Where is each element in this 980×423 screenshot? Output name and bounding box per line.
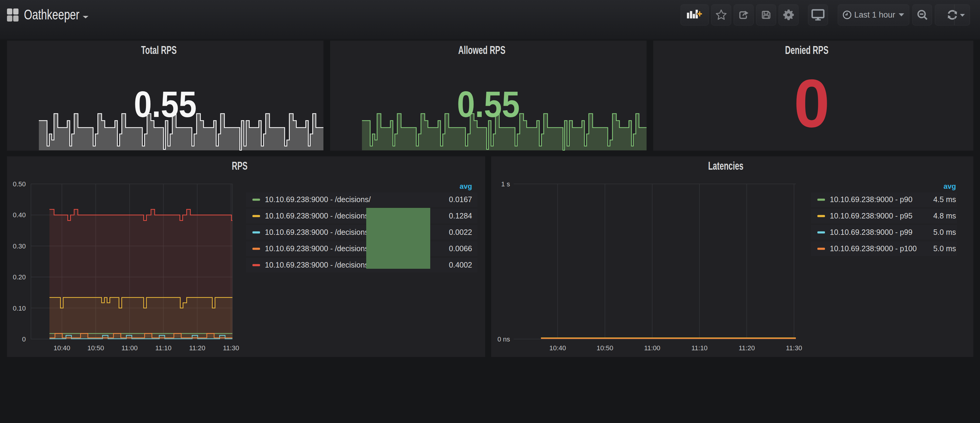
svg-text:10.10.69.238:9000 - p99: 10.10.69.238:9000 - p99 xyxy=(830,228,912,236)
svg-text:11:10: 11:10 xyxy=(692,344,708,352)
svg-text:10.10.69.238:9000 - /decisions: 10.10.69.238:9000 - /decisions/ xyxy=(265,211,371,220)
svg-text:5.0 ms: 5.0 ms xyxy=(933,228,956,236)
svg-text:10:40: 10:40 xyxy=(53,344,70,352)
svg-text:10.10.69.238:9000 - /decisions: 10.10.69.238:9000 - /decisions/ xyxy=(265,261,371,269)
svg-text:0 ns: 0 ns xyxy=(497,336,510,343)
svg-text:avg: avg xyxy=(460,182,472,190)
svg-text:0.20: 0.20 xyxy=(13,273,26,281)
svg-text:10.10.69.238:9000 - /decisions: 10.10.69.238:9000 - /decisions/ xyxy=(265,244,371,253)
svg-text:10.10.69.238:9000 - p100: 10.10.69.238:9000 - p100 xyxy=(830,244,916,253)
svg-text:0: 0 xyxy=(22,336,26,343)
svg-text:11:10: 11:10 xyxy=(155,344,172,352)
svg-text:0.1284: 0.1284 xyxy=(449,211,473,220)
svg-text:0.4002: 0.4002 xyxy=(449,261,472,269)
svg-text:4.5 ms: 4.5 ms xyxy=(933,195,956,204)
svg-text:0.30: 0.30 xyxy=(13,242,26,250)
svg-text:0.0022: 0.0022 xyxy=(449,228,472,236)
svg-text:4.8 ms: 4.8 ms xyxy=(933,211,956,220)
svg-text:0.10: 0.10 xyxy=(13,304,26,312)
svg-text:0.0066: 0.0066 xyxy=(449,244,472,253)
svg-text:11:20: 11:20 xyxy=(189,344,205,352)
svg-text:1 s: 1 s xyxy=(501,180,510,188)
svg-text:0.0167: 0.0167 xyxy=(449,195,472,204)
svg-text:11:20: 11:20 xyxy=(738,344,754,352)
svg-text:10.10.69.238:9000 - p90: 10.10.69.238:9000 - p90 xyxy=(830,195,912,204)
svg-text:10.10.69.238:9000 - /decisions: 10.10.69.238:9000 - /decisions/ xyxy=(265,195,371,204)
svg-text:11:30: 11:30 xyxy=(786,344,802,352)
svg-text:10:40: 10:40 xyxy=(549,344,566,352)
svg-text:0.50: 0.50 xyxy=(13,180,26,188)
svg-text:10.10.69.238:9000 - /decisions: 10.10.69.238:9000 - /decisions/ xyxy=(265,228,371,236)
svg-text:11:30: 11:30 xyxy=(223,344,239,352)
svg-text:5.0 ms: 5.0 ms xyxy=(933,244,956,253)
svg-text:11:00: 11:00 xyxy=(121,344,137,352)
svg-text:avg: avg xyxy=(943,182,956,190)
svg-text:0.40: 0.40 xyxy=(13,211,26,219)
svg-text:10:50: 10:50 xyxy=(88,344,104,352)
svg-text:10.10.69.238:9000 - p95: 10.10.69.238:9000 - p95 xyxy=(830,211,912,220)
svg-text:10:50: 10:50 xyxy=(597,344,613,352)
svg-text:11:00: 11:00 xyxy=(644,344,660,352)
